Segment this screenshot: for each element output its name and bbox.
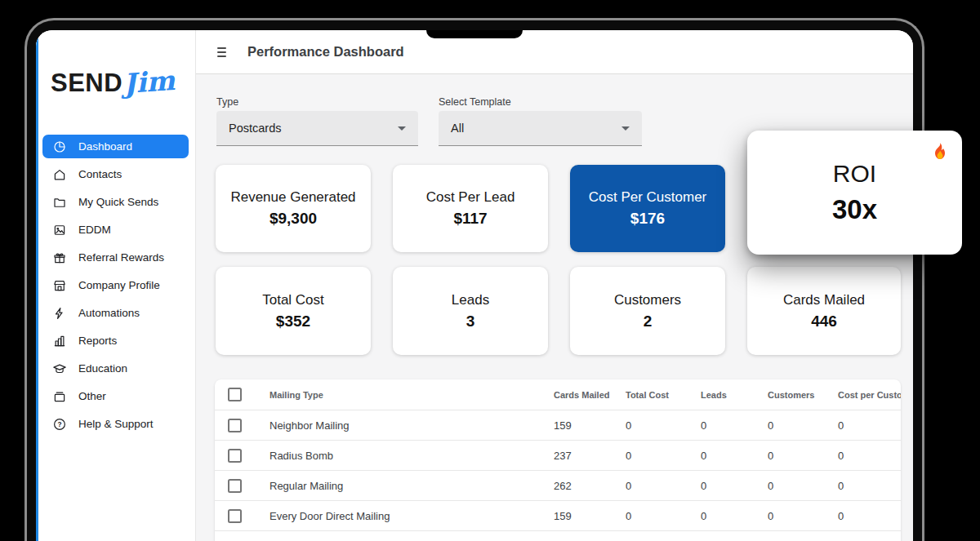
stat-label: Leads [452,292,489,308]
sidebar-item-referral-rewards[interactable]: Referral Rewards [42,246,189,269]
roi-value: 30x [832,194,877,225]
svg-text:?: ? [57,421,61,428]
question-circle-icon: ? [52,417,67,432]
mailing-type-cell: Radius Bomb [254,450,544,462]
total-cost-cell: 0 [616,419,691,432]
type-filter-label: Type [216,96,238,108]
table-row[interactable]: Radius Bomb 237 0 0 0 0 [215,441,901,471]
type-select[interactable]: Postcards [216,111,418,146]
app-bar: Performance Dashboard [196,30,913,74]
storefront-icon [52,278,67,293]
roi-label: ROI [833,160,876,188]
sidebar-item-label: Referral Rewards [78,251,164,264]
sidebar-item-other[interactable]: Other [42,384,189,408]
sidebar-item-label: Company Profile [78,279,160,291]
bar-chart-icon [52,334,67,348]
screen-left-accent [36,30,38,541]
page-title: Performance Dashboard [247,44,404,60]
chevron-down-icon [398,126,406,131]
stat-label: Revenue Generated [230,189,355,206]
sidebar-item-my-quick-sends[interactable]: My Quick Sends [42,190,189,214]
cards-mailed-cell: 159 [544,419,616,432]
laptop-frame: SEND Jim Dashboard Contacts My Quick Sen… [24,18,924,541]
column-header: Leads [691,390,758,400]
table-row[interactable]: Regular Mailing 262 0 0 0 0 [215,471,901,501]
sidebar-item-label: Contacts [78,168,122,180]
folder-icon [52,195,67,210]
template-select[interactable]: All [439,111,642,146]
type-select-value: Postcards [229,122,281,135]
sidebar-item-contacts[interactable]: Contacts [42,162,189,186]
customers-cell: 0 [758,450,828,462]
cost-per-customer-cell: 0 [828,510,901,522]
leads-cell: 0 [691,510,758,522]
stat-card-cards-mailed[interactable]: Cards Mailed 446 [747,267,901,355]
sidebar-item-label: Education [78,362,127,375]
customers-cell: 0 [758,480,828,492]
laptop-screen: SEND Jim Dashboard Contacts My Quick Sen… [36,30,913,541]
logo-text-send: SEND [51,69,122,98]
sidebar-item-education[interactable]: Education [42,357,189,380]
sidebar-item-company-profile[interactable]: Company Profile [42,273,189,297]
stat-card-customers[interactable]: Customers 2 [570,267,725,355]
stat-card-cost-per-lead[interactable]: Cost Per Lead $117 [393,165,548,252]
mailing-type-cell: Neighbor Mailing [254,419,544,432]
sidebar-item-automations[interactable]: Automations [42,301,189,325]
sidebar-item-label: Dashboard [78,140,132,153]
cost-per-customer-cell: 0 [828,480,901,492]
main-area: Performance Dashboard Type Postcards Sel… [196,30,913,541]
sidebar-item-reports[interactable]: Reports [42,329,189,353]
stat-card-cost-per-customer[interactable]: Cost Per Customer $176 [570,165,725,252]
stat-label: Cost Per Customer [589,189,707,206]
stat-label: Cards Mailed [783,292,865,308]
row-checkbox[interactable] [228,449,242,463]
sidebar-item-eddm[interactable]: EDDM [42,218,189,242]
camera-notch [426,30,523,38]
stat-value: $352 [276,313,310,330]
cards-mailed-cell: 159 [544,510,616,522]
image-icon [52,223,67,237]
hamburger-icon[interactable] [217,47,229,57]
column-header: Total Cost [616,390,691,400]
sidebar-item-dashboard[interactable]: Dashboard [42,135,189,158]
template-select-value: All [451,122,464,135]
page: SEND Jim Dashboard Contacts My Quick Sen… [0,0,980,541]
leads-cell: 0 [691,480,758,492]
stat-value: $117 [453,210,487,228]
column-header: Mailing Type [254,390,544,400]
cards-mailed-cell: 237 [544,450,616,462]
mailing-type-cell: Regular Mailing [254,480,544,492]
table-row[interactable]: Neighbor Mailing 159 0 0 0 0 [215,410,901,441]
column-header: Cost per Customer [828,390,901,400]
row-checkbox[interactable] [228,419,242,432]
template-filter-label: Select Template [439,96,511,108]
cards-mailed-cell: 262 [544,480,616,492]
archive-icon [52,389,67,404]
stat-card-leads[interactable]: Leads 3 [393,267,548,355]
stat-card-revenue-generated[interactable]: Revenue Generated $9,300 [216,165,371,252]
sidebar-item-label: Automations [78,307,140,319]
sidebar-item-label: Reports [78,335,117,347]
logo-text-jim: Jim [122,64,176,100]
row-checkbox[interactable] [228,509,242,523]
stat-label: Cost Per Lead [426,189,515,206]
roi-card: ROI 30x [747,131,962,255]
customers-cell: 0 [758,419,828,432]
cost-per-customer-cell: 0 [828,419,901,432]
stat-value: $176 [630,210,665,228]
stat-card-total-cost[interactable]: Total Cost $352 [216,267,371,355]
table-row[interactable]: Every Door Direct Mailing 159 0 0 0 0 [215,501,901,531]
column-header: Cards Mailed [544,390,616,400]
cost-per-customer-cell: 0 [828,450,901,462]
select-all-checkbox[interactable] [228,388,242,401]
total-cost-cell: 0 [616,480,691,492]
stat-label: Customers [614,292,681,308]
row-checkbox[interactable] [228,479,242,493]
home-icon [52,167,67,182]
total-cost-cell: 0 [616,450,691,462]
pie-chart-icon [52,140,67,154]
graduation-cap-icon [52,361,67,376]
sidebar-item-help-support[interactable]: ? Help & Support [42,412,189,436]
table-header-row: Mailing Type Cards Mailed Total Cost Lea… [215,379,901,410]
sidebar-item-label: Other [78,390,106,402]
